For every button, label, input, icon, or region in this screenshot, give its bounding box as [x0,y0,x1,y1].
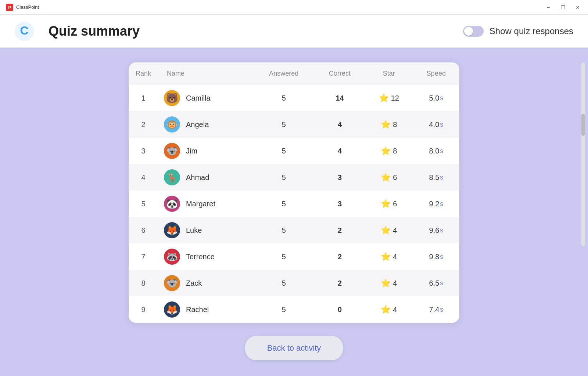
scrollbar-track[interactable] [581,62,585,246]
speed-value: 9.2 [429,200,439,208]
header: C Quiz summary Show quiz responses [0,15,588,48]
speed-cell: 5.0 s [413,85,459,111]
star-icon: ⭐ [381,173,391,182]
svg-text:C: C [20,24,28,37]
table-row[interactable]: 9 🦊 Rachel 5 0 ⭐ 4 7.4 s [129,296,459,323]
star-cell: ⭐ 4 [365,243,413,270]
table-row[interactable]: 2 🐵 Angela 5 4 ⭐ 8 4.0 s [129,111,459,138]
avatar: 🐻 [164,90,180,106]
avatar: 🦌 [164,169,180,185]
maximize-button[interactable]: ❐ [559,3,567,12]
name-cell: 🐵 Angela [158,111,253,138]
answered-cell: 5 [253,296,315,323]
star-icon: ⭐ [381,199,391,209]
correct-cell: 3 [315,164,365,191]
table-row[interactable]: 5 🐼 Margaret 5 3 ⭐ 6 9.2 s [129,191,459,217]
correct-cell: 0 [315,296,365,323]
star-count: 8 [393,120,397,129]
speed-unit: s [440,227,443,234]
star-cell: ⭐ 8 [365,111,413,138]
col-star: Star [365,62,413,85]
speed-cell: 7.4 s [413,296,459,323]
app-icon: P [6,4,13,11]
speed-value: 7.4 [429,306,439,314]
star-count: 4 [393,306,397,314]
table-row[interactable]: 3 🐨 Jim 5 4 ⭐ 8 8.0 s [129,138,459,164]
star-icon: ⭐ [381,305,391,314]
title-bar-controls: − ❐ ✕ [544,3,582,12]
student-name: Ahmad [186,173,209,182]
speed-unit: s [440,200,443,208]
student-name: Angela [186,120,209,129]
rank-cell: 4 [129,164,158,191]
close-button[interactable]: ✕ [573,3,582,12]
speed-unit: s [440,174,443,181]
name-cell: 🐻 Camilla [158,85,253,111]
avatar: 🦊 [164,301,180,318]
name-cell: 🦝 Terrence [158,243,253,270]
scrollbar-thumb[interactable] [581,114,585,136]
title-bar-left: P ClassPoint [6,4,39,11]
star-icon: ⭐ [379,93,389,103]
student-name: Jim [186,147,197,155]
speed-unit: s [440,147,443,155]
answered-cell: 5 [253,270,315,296]
star-count: 4 [393,226,397,235]
table-card: Rank Name Answered Correct Star Speed 1 … [129,62,459,323]
speed-cell: 4.0 s [413,111,459,138]
svg-text:P: P [8,5,11,10]
star-cell: ⭐ 6 [365,164,413,191]
classpoint-logo: C [15,22,34,41]
speed-value: 9.8 [429,253,439,261]
correct-cell: 2 [315,243,365,270]
star-icon: ⭐ [381,146,391,156]
speed-cell: 9.2 s [413,191,459,217]
rank-cell: 1 [129,85,158,111]
speed-unit: s [440,94,443,102]
star-count: 12 [391,94,399,102]
table-row[interactable]: 6 🦊 Luke 5 2 ⭐ 4 9.6 s [129,217,459,243]
star-count: 6 [393,200,397,208]
table-row[interactable]: 7 🦝 Terrence 5 2 ⭐ 4 9.8 s [129,243,459,270]
toggle-label: Show quiz responses [490,26,573,36]
answered-cell: 5 [253,111,315,138]
student-name: Zack [186,279,202,288]
quiz-table: Rank Name Answered Correct Star Speed 1 … [129,62,459,323]
star-count: 4 [393,253,397,261]
rank-cell: 9 [129,296,158,323]
star-cell: ⭐ 4 [365,270,413,296]
avatar: 🐼 [164,196,180,212]
back-to-activity-button[interactable]: Back to activity [245,336,343,360]
show-responses-toggle[interactable] [463,26,484,37]
speed-cell: 9.8 s [413,243,459,270]
rank-cell: 6 [129,217,158,243]
title-bar-app-name: ClassPoint [16,4,39,10]
col-correct: Correct [315,62,365,85]
star-cell: ⭐ 8 [365,138,413,164]
name-cell: 🐼 Margaret [158,191,253,217]
correct-cell: 2 [315,217,365,243]
correct-cell: 4 [315,111,365,138]
table-row[interactable]: 4 🦌 Ahmad 5 3 ⭐ 6 8.5 s [129,164,459,191]
rank-cell: 2 [129,111,158,138]
table-header-row: Rank Name Answered Correct Star Speed [129,62,459,85]
minimize-button[interactable]: − [544,3,553,12]
col-speed: Speed [413,62,459,85]
rank-cell: 8 [129,270,158,296]
student-name: Luke [186,226,202,235]
table-row[interactable]: 8 🐨 Zack 5 2 ⭐ 4 6.5 s [129,270,459,296]
answered-cell: 5 [253,217,315,243]
answered-cell: 5 [253,138,315,164]
speed-unit: s [440,121,443,129]
answered-cell: 5 [253,191,315,217]
page-title: Quiz summary [49,24,140,39]
speed-value: 8.0 [429,147,439,155]
speed-unit: s [440,279,443,287]
name-cell: 🦊 Luke [158,217,253,243]
col-answered: Answered [253,62,315,85]
name-cell: 🦌 Ahmad [158,164,253,191]
speed-cell: 9.6 s [413,217,459,243]
table-row[interactable]: 1 🐻 Camilla 5 14 ⭐ 12 5.0 s [129,85,459,111]
name-cell: 🐨 Zack [158,270,253,296]
speed-unit: s [440,306,443,314]
